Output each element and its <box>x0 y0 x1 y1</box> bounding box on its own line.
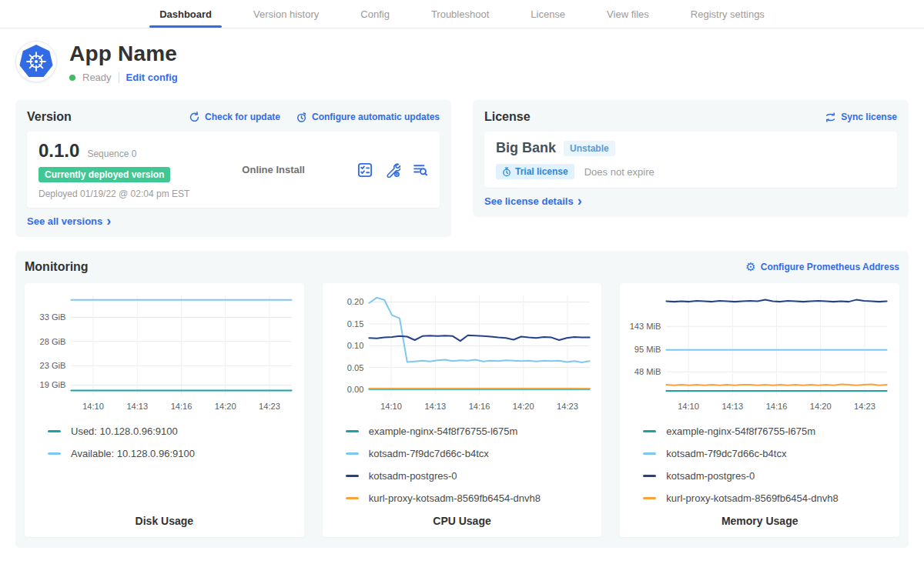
disk-usage-card: 33 GiB28 GiB23 GiB19 GiB14:1014:1314:161… <box>25 283 304 537</box>
legend-label: kurl-proxy-kotsadm-8569fb6454-dnvh8 <box>369 492 541 504</box>
tab-dashboard[interactable]: Dashboard <box>139 0 233 28</box>
tab-version-history[interactable]: Version history <box>233 0 340 28</box>
svg-text:19 GiB: 19 GiB <box>39 380 65 389</box>
svg-text:0.20: 0.20 <box>346 297 363 306</box>
sync-license-link[interactable]: Sync license <box>825 112 897 123</box>
legend-color-dash <box>346 430 359 432</box>
page-title: App Name <box>69 42 178 66</box>
memory-usage-plot: 143 MiB95 MiB48 MiB14:1014:1314:1614:201… <box>626 289 893 419</box>
monitoring-title: Monitoring <box>25 260 89 274</box>
svg-text:14:16: 14:16 <box>171 402 192 411</box>
monitoring-panel: Monitoring ⚙ Configure Prometheus Addres… <box>15 251 909 548</box>
disk-usage-plot: 33 GiB28 GiB23 GiB19 GiB14:1014:1314:161… <box>31 289 298 419</box>
app-header: App Name Ready Edit config <box>0 28 924 83</box>
configure-prometheus-link[interactable]: ⚙ Configure Prometheus Address <box>745 262 899 273</box>
legend-label: Available: 10.128.0.96:9100 <box>71 448 195 459</box>
legend-color-dash <box>48 430 61 432</box>
preflight-checks-icon[interactable] <box>357 162 373 178</box>
svg-text:14:20: 14:20 <box>513 402 534 411</box>
current-version-box: 0.1.0 Sequence 0 Currently deployed vers… <box>27 132 440 208</box>
svg-text:0.15: 0.15 <box>346 319 363 329</box>
cpu-usage-card: 0.200.150.100.050.0014:1014:1314:1614:20… <box>323 283 602 537</box>
svg-text:23 GiB: 23 GiB <box>39 361 65 370</box>
install-type-label: Online Install <box>242 164 357 175</box>
legend-label: example-nginx-54f8f76755-l675m <box>666 425 815 437</box>
license-name: Big Bank <box>496 140 556 156</box>
deployed-badge: Currently deployed version <box>38 167 170 182</box>
status-text: Ready <box>82 72 112 83</box>
tab-registry-settings[interactable]: Registry settings <box>670 0 785 28</box>
memory-usage-legend: example-nginx-54f8f76755-l675mkotsadm-7f… <box>626 425 893 504</box>
tab-license[interactable]: License <box>510 0 586 28</box>
legend-item: Available: 10.128.0.96:9100 <box>48 448 298 459</box>
legend-color-dash <box>643 430 656 432</box>
line-chart-svg: 33 GiB28 GiB23 GiB19 GiB14:1014:1314:161… <box>31 289 298 419</box>
chevron-right-icon: › <box>106 217 111 225</box>
legend-item: kotsadm-7f9dc7d66c-b4tcx <box>643 448 893 459</box>
expiry-text: Does not expire <box>584 166 654 178</box>
license-card-title: License <box>484 110 531 124</box>
svg-text:14:13: 14:13 <box>126 402 148 411</box>
channel-badge: Unstable <box>564 141 615 156</box>
legend-label: kurl-proxy-kotsadm-8569fb6454-dnvh8 <box>666 492 838 504</box>
legend-label: kotsadm-7f9dc7d66c-b4tcx <box>666 448 786 459</box>
memory-usage-card: 143 MiB95 MiB48 MiB14:1014:1314:1614:201… <box>620 283 899 537</box>
version-card: Version Check for update Configure au <box>15 100 451 237</box>
line-chart-svg: 0.200.150.100.050.0014:1014:1314:1614:20… <box>329 289 596 419</box>
svg-text:14:10: 14:10 <box>678 402 700 411</box>
divider <box>119 72 119 83</box>
see-all-versions-link[interactable]: See all versions › <box>27 215 440 227</box>
chevron-right-icon: › <box>578 197 582 205</box>
see-license-details-link[interactable]: See license details › <box>484 195 897 207</box>
legend-item: kurl-proxy-kotsadm-8569fb6454-dnvh8 <box>643 492 893 504</box>
svg-text:0.00: 0.00 <box>346 385 363 394</box>
legend-color-dash <box>643 497 656 499</box>
version-card-title: Version <box>27 110 72 124</box>
sync-icon <box>825 112 836 123</box>
svg-text:14:10: 14:10 <box>380 402 402 411</box>
legend-item: kurl-proxy-kotsadm-8569fb6454-dnvh8 <box>346 492 596 504</box>
check-for-update-link[interactable]: Check for update <box>189 112 280 123</box>
license-card: License Sync license Big Bank Unstable <box>473 100 909 217</box>
stopwatch-icon <box>502 167 511 177</box>
legend-label: example-nginx-54f8f76755-l675m <box>369 425 518 437</box>
app-logo <box>15 41 57 82</box>
tab-troubleshoot[interactable]: Troubleshoot <box>410 0 510 28</box>
tab-view-files[interactable]: View files <box>586 0 670 28</box>
chart-title: Memory Usage <box>626 515 893 527</box>
svg-text:14:20: 14:20 <box>810 402 832 411</box>
configure-wrench-icon[interactable] <box>385 162 400 178</box>
version-number: 0.1.0 <box>38 140 79 162</box>
line-chart-svg: 143 MiB95 MiB48 MiB14:1014:1314:1614:201… <box>626 289 893 419</box>
legend-color-dash <box>346 475 359 477</box>
svg-text:95 MiB: 95 MiB <box>634 345 661 354</box>
legend-label: kotsadm-postgres-0 <box>369 470 457 482</box>
trial-license-badge: Trial license <box>496 164 574 179</box>
legend-item: example-nginx-54f8f76755-l675m <box>643 425 893 437</box>
legend-item: Used: 10.128.0.96:9100 <box>48 425 298 437</box>
legend-color-dash <box>346 452 359 455</box>
license-details-box: Big Bank Unstable Trial license Does not… <box>484 132 897 188</box>
legend-label: Used: 10.128.0.96:9100 <box>71 425 178 437</box>
kubernetes-helm-icon <box>18 44 54 79</box>
svg-text:14:23: 14:23 <box>854 402 875 411</box>
refresh-icon <box>189 112 200 123</box>
svg-text:28 GiB: 28 GiB <box>39 337 65 346</box>
svg-text:0.10: 0.10 <box>346 341 363 350</box>
deployed-timestamp: Deployed 01/19/22 @ 02:04 pm EST <box>38 189 242 199</box>
svg-text:33 GiB: 33 GiB <box>39 312 65 322</box>
legend-item: kotsadm-7f9dc7d66c-b4tcx <box>346 448 596 459</box>
svg-text:14:23: 14:23 <box>259 402 280 411</box>
legend-item: kotsadm-postgres-0 <box>346 470 596 482</box>
legend-color-dash <box>346 497 359 499</box>
svg-text:14:16: 14:16 <box>468 402 490 411</box>
legend-label: kotsadm-postgres-0 <box>666 470 755 482</box>
svg-text:14:13: 14:13 <box>722 402 744 411</box>
configure-automatic-updates-link[interactable]: Configure automatic updates <box>296 112 440 123</box>
status-dot <box>69 75 75 81</box>
gear-icon: ⚙ <box>745 262 755 273</box>
schedule-update-icon <box>296 112 307 123</box>
view-logs-icon[interactable] <box>413 162 428 178</box>
edit-config-link[interactable]: Edit config <box>126 72 178 83</box>
tab-config[interactable]: Config <box>340 0 410 28</box>
